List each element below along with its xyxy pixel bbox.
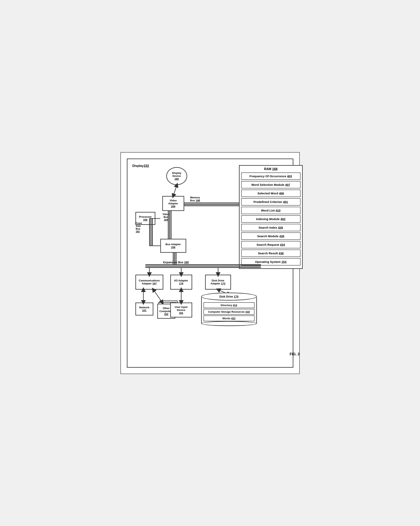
words-item: Words 422 (203, 315, 254, 321)
ram-item-7: Search Module 430 (241, 233, 300, 240)
disk-drive: Disk Drive 170 Directory 414 Computer St… (201, 293, 257, 326)
directory-item: Directory 414 (203, 302, 254, 308)
display-device: Display Device 180 (166, 167, 187, 185)
ram-item-2: Selected Word 406 (241, 190, 300, 197)
disk-drive-adapter: Disk Drive Adapter 172 (205, 275, 231, 290)
computer-label: Display152 (132, 164, 149, 168)
memory-bus-label: MemoryBus 166 (190, 196, 200, 202)
comm-adapter: Communications Adapter 167 (135, 275, 163, 290)
video-adapter: Video Adapter 209 (162, 196, 184, 211)
ram-item-5: Indexing Module 402 (241, 215, 300, 223)
ram-item-0: Frequency Of Occurrence 403 (241, 172, 300, 180)
ram-item-10: Operating System 154 (241, 258, 300, 265)
ram-item-9: Search Result 438 (241, 250, 300, 257)
svg-line-0 (173, 185, 177, 196)
bus-adapter: Bus Adapter 158 (160, 239, 186, 253)
video-bus-label: VideoBus164 (163, 213, 169, 221)
outer-border: Display152 RAM 168 Frequency Of Occurren… (127, 159, 293, 368)
ram-item-8: Search Request 434 (241, 241, 300, 248)
ram-item-4: Word List 410 (241, 207, 300, 214)
full-diagram: Display152 RAM 168 Frequency Of Occurren… (131, 163, 303, 358)
storage-item: Computer Storage Resources 418 (203, 309, 254, 315)
ram-item-3: Predefined Criterion 401 (241, 198, 300, 205)
expansion-bus-label: Expansion Bus 160 (163, 261, 189, 264)
fig-label: FIG. 2 (290, 352, 300, 356)
ram-item-1: Word Selection Module 407 (241, 181, 300, 188)
front-side-bus-label: FrontSideBus162 (136, 222, 142, 233)
ram-item-6: Search Index 428 (241, 224, 300, 231)
user-input-device: User Input Device 181 (170, 303, 192, 317)
network: Network 101 (135, 303, 153, 315)
ram-box: RAM 168 Frequency Of Occurrence 403 Word… (239, 165, 303, 269)
ram-title: RAM 168 (241, 167, 300, 171)
page: Display152 RAM 168 Frequency Of Occurren… (120, 152, 300, 374)
io-adapter: I/O Adapter 178 (170, 275, 192, 290)
